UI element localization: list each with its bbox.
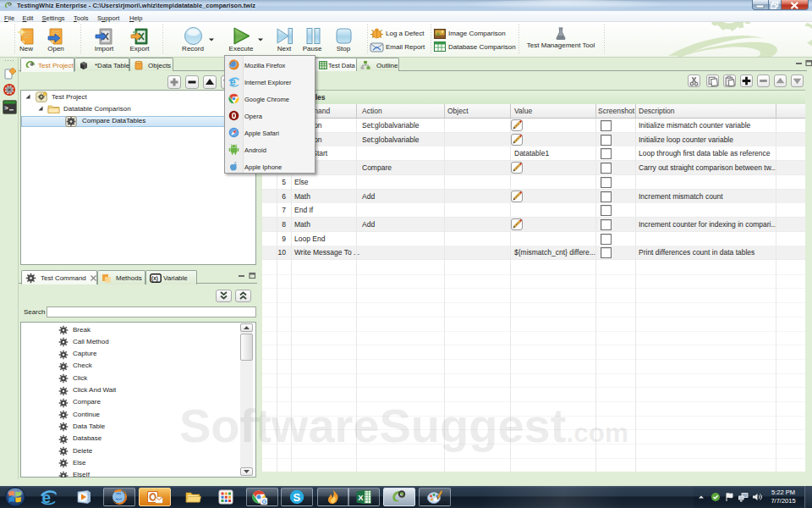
svg-text:>: > — [4, 104, 8, 112]
svg-text:G: G — [262, 498, 267, 505]
svg-text:X: X — [358, 493, 364, 502]
svg-text:(x): (x) — [151, 275, 158, 282]
svg-text:S: S — [294, 491, 301, 504]
